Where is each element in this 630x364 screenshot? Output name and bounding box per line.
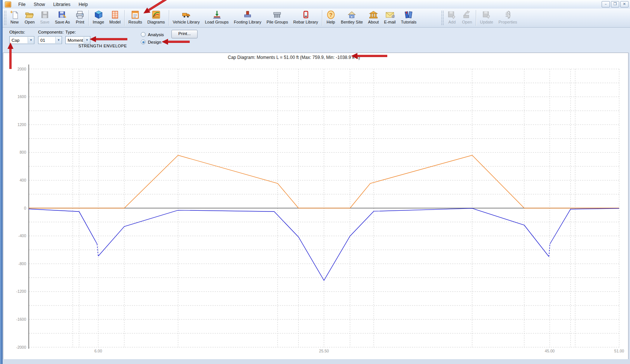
svg-text:-2000: -2000 <box>16 345 26 349</box>
toolbar-button-open: Open <box>459 9 475 27</box>
chevron-down-icon[interactable]: ▼ <box>28 37 34 43</box>
open-folder-icon <box>25 10 34 19</box>
update-gray-icon <box>482 10 491 19</box>
components-dropdown[interactable]: 01 ▼ <box>38 36 62 44</box>
print-button[interactable]: Print... <box>171 30 198 38</box>
toolbar-button-open[interactable]: Open <box>22 9 37 27</box>
footing-block-icon <box>243 10 252 19</box>
components-value: 01 <box>38 38 55 43</box>
toolbar-button-help[interactable]: ?Help <box>323 9 338 27</box>
toolbar-button-label: Save <box>40 20 49 24</box>
tutorials-books-icon <box>404 10 413 19</box>
restore-window-button[interactable]: ❐ <box>611 1 619 7</box>
toolbar-button-about[interactable]: About <box>366 9 382 27</box>
rebar-stirrup-icon <box>301 10 311 19</box>
menu-help[interactable]: Help <box>74 1 92 8</box>
radio-icon[interactable] <box>141 32 146 37</box>
min-envelope-line <box>550 208 619 244</box>
toolbar-button-label: Results <box>128 20 142 24</box>
objects-dropdown[interactable]: Cap ▼ <box>9 36 34 44</box>
svg-text:@: @ <box>391 15 395 18</box>
toolbar-drag-handle[interactable] <box>3 10 6 26</box>
toolbar-button-label: Tutorials <box>401 20 416 24</box>
min-envelope-line <box>98 208 549 280</box>
svg-text:-1200: -1200 <box>16 289 26 294</box>
design-radio[interactable]: Design <box>141 40 161 44</box>
toolbar-separator <box>169 10 169 26</box>
bentley-house-icon <box>347 10 357 19</box>
toolbar-button-image[interactable]: Image <box>90 9 107 27</box>
objects-label: Objects: <box>9 30 25 34</box>
toolbar-button-label: Help <box>327 20 335 24</box>
svg-text:800: 800 <box>19 150 26 154</box>
toolbar-button-label: Load Groups <box>205 20 229 24</box>
menu-bar: FileShowLibrariesHelp –❐✕ <box>3 0 630 9</box>
minimize-window-button[interactable]: – <box>602 1 610 7</box>
svg-text:0: 0 <box>24 206 26 210</box>
toolbar-button-label: Properties <box>499 20 517 24</box>
chevron-down-icon[interactable]: ▼ <box>55 37 62 43</box>
about-building-icon <box>369 10 378 19</box>
email-envelope-icon: @ <box>385 10 395 19</box>
toolbar-button-tutorials[interactable]: Tutorials <box>398 9 419 27</box>
radio-checked-icon[interactable] <box>141 40 146 44</box>
type-dropdown[interactable]: Moment ▼ <box>65 36 90 44</box>
analysis-radio[interactable]: Analysis <box>141 32 164 37</box>
toolbar-button-footing-library[interactable]: Footing Library <box>231 9 264 27</box>
new-document-icon <box>10 10 19 19</box>
toolbar-button-rebar-library[interactable]: Rebar Library <box>291 9 321 27</box>
vehicle-truck-icon <box>181 10 191 19</box>
toolbar-drag-handle[interactable] <box>441 10 444 26</box>
svg-text:6.00: 6.00 <box>94 349 102 353</box>
printer-icon <box>75 10 85 19</box>
toolbar-button-label: Update <box>480 20 493 24</box>
toolbar-button-pile-groups[interactable]: Pile Groups <box>264 9 291 27</box>
toolbar-button-label: Save As <box>55 20 70 24</box>
image-cube-icon <box>94 10 103 19</box>
toolbar-button-print[interactable]: Print <box>72 9 87 27</box>
type-label: Type: <box>65 30 76 34</box>
toolbar-button-e-mail[interactable]: @E-mail <box>381 9 398 27</box>
menu-file[interactable]: File <box>14 1 30 8</box>
toolbar-separator <box>476 10 476 26</box>
moment-diagram-chart: 2000160012008004000-400-800-1200-1600-20… <box>3 53 627 358</box>
svg-text:-400: -400 <box>18 233 26 238</box>
save-as-icon <box>58 10 67 19</box>
toolbar-button-bentley-site[interactable]: Bentley Site <box>338 9 366 27</box>
min-envelope-line <box>97 244 98 256</box>
toolbar-button-save-as[interactable]: Save As <box>52 9 72 27</box>
toolbar-button-label: Open <box>462 20 472 24</box>
desktop-edge <box>0 0 3 364</box>
results-table-icon <box>130 10 140 19</box>
toolbar-button-properties: Properties <box>496 9 520 27</box>
status-strip <box>3 359 630 364</box>
chevron-down-icon[interactable]: ▼ <box>84 37 90 43</box>
menu-show[interactable]: Show <box>30 1 49 8</box>
close-window-button[interactable]: ✕ <box>620 1 629 7</box>
toolbar-button-label: Bentley Site <box>341 20 363 24</box>
svg-text:400: 400 <box>19 178 26 182</box>
toolbar-button-save: Save <box>37 9 52 27</box>
toolbar-button-diagrams[interactable]: Diagrams <box>145 9 168 27</box>
properties-gray-icon <box>503 10 513 19</box>
toolbar-button-label: Footing Library <box>234 20 261 24</box>
save-floppy-icon <box>40 10 50 19</box>
toolbar-button-label: Diagrams <box>148 20 165 24</box>
app-icon <box>5 1 11 7</box>
svg-text:45.00: 45.00 <box>545 349 555 353</box>
help-question-icon: ? <box>326 10 336 19</box>
pile-group-icon <box>272 10 282 19</box>
toolbar-button-model[interactable]: Model <box>107 9 123 27</box>
toolbar-separator <box>89 10 89 26</box>
toolbar-separator <box>124 10 125 26</box>
strength-envelope-caption: STRENGTH ENVELOPE <box>78 44 127 48</box>
add-gray-icon <box>447 10 457 19</box>
toolbar-button-load-groups[interactable]: Load Groups <box>202 9 232 27</box>
toolbar-button-vehicle-library[interactable]: Vehicle Library <box>170 9 202 27</box>
toolbar-button-new[interactable]: New <box>7 9 22 27</box>
menu-libraries[interactable]: Libraries <box>49 1 74 8</box>
toolbar-button-results[interactable]: Results <box>126 9 145 27</box>
toolbar-button-label: Rebar Library <box>293 20 318 24</box>
toolbar-button-label: Model <box>109 20 121 24</box>
controls-row: Objects: Cap ▼ Components: 01 ▼ Type: Mo… <box>3 28 630 53</box>
